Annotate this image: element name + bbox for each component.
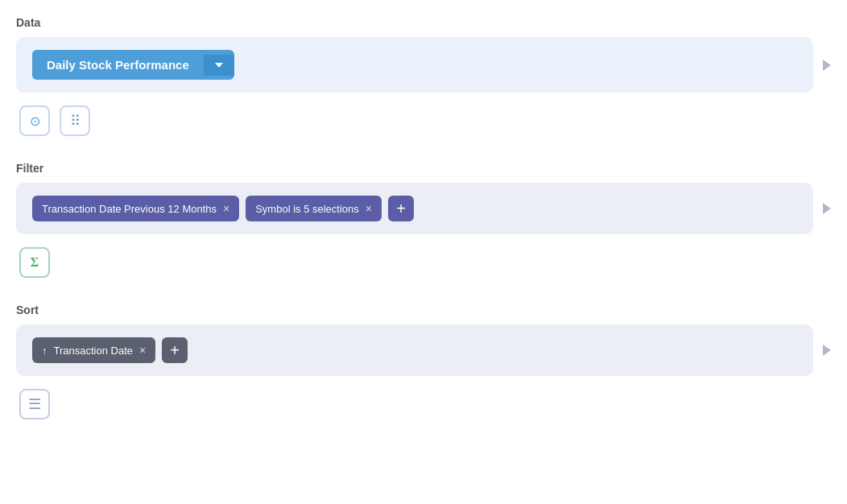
close-icon: × <box>366 202 372 215</box>
sort-add-button[interactable]: + <box>162 337 188 363</box>
data-chip: Daily Stock Performance <box>32 50 234 80</box>
filter-add-button[interactable]: + <box>388 196 414 221</box>
filter-section-label: Filter <box>16 162 831 175</box>
data-icon-row: ⊙ ⠿ <box>16 105 831 136</box>
filter-chip-date-close-button[interactable]: × <box>223 202 229 215</box>
plus-icon: + <box>396 200 406 218</box>
sigma-icon: Σ <box>31 255 39 270</box>
sort-section: Sort ↑ Transaction Date × + <box>16 304 831 376</box>
data-section-expand-button[interactable] <box>823 60 831 71</box>
plus-icon: + <box>170 341 180 360</box>
close-icon: × <box>223 202 229 215</box>
arrow-right-icon <box>823 345 831 356</box>
filter-chip-symbol-label: Symbol is 5 selections <box>255 203 359 215</box>
chevron-down-icon <box>215 63 223 68</box>
grid-icon: ⠿ <box>70 112 80 130</box>
data-chip-label: Daily Stock Performance <box>32 50 204 80</box>
data-panel: Daily Stock Performance <box>16 37 813 93</box>
sort-chip-date: ↑ Transaction Date × <box>32 337 155 363</box>
data-chip-dropdown-button[interactable] <box>204 55 234 76</box>
data-section-label: Data <box>16 16 831 29</box>
filter-chip-date-label: Transaction Date Previous 12 Months <box>42 203 217 215</box>
grid-icon-button[interactable]: ⠿ <box>60 105 90 136</box>
filter-section: Filter Transaction Date Previous 12 Mont… <box>16 162 831 234</box>
sort-panel: ↑ Transaction Date × + <box>16 324 813 376</box>
sort-chip-date-label: Transaction Date <box>54 345 134 357</box>
sort-asc-icon: ↑ <box>42 345 48 357</box>
list-icon-button[interactable]: ☰ <box>19 389 50 419</box>
sigma-icon-button[interactable]: Σ <box>19 247 50 278</box>
sort-chip-date-close-button[interactable]: × <box>139 344 146 357</box>
toggle-icon: ⊙ <box>30 114 40 129</box>
filter-chip-date: Transaction Date Previous 12 Months × <box>32 196 239 221</box>
sort-section-expand-button[interactable] <box>823 345 831 356</box>
sort-section-label: Sort <box>16 304 831 316</box>
toggle-icon-button[interactable]: ⊙ <box>19 105 50 136</box>
filter-section-expand-button[interactable] <box>823 203 831 214</box>
list-icon: ☰ <box>28 395 41 413</box>
close-icon: × <box>139 344 146 357</box>
filter-icon-row: Σ <box>16 247 831 278</box>
arrow-right-icon <box>823 60 831 71</box>
filter-chip-symbol: Symbol is 5 selections × <box>246 196 382 221</box>
data-section: Data Daily Stock Performance <box>16 16 831 93</box>
filter-panel: Transaction Date Previous 12 Months × Sy… <box>16 183 813 234</box>
filter-chip-symbol-close-button[interactable]: × <box>366 202 372 215</box>
arrow-right-icon <box>823 203 831 214</box>
bottom-icon-row: ☰ <box>16 389 831 419</box>
